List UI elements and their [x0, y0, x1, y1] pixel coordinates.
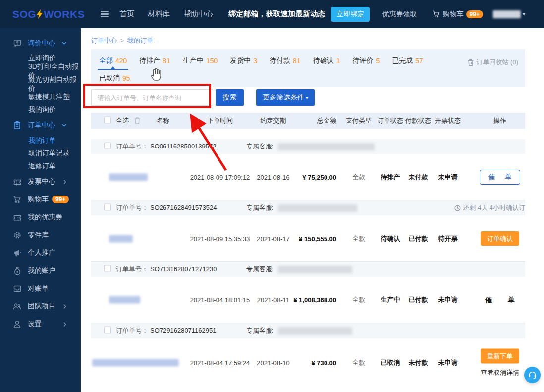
sidebar-item-我的账户[interactable]: 我的账户 — [0, 262, 81, 280]
user-menu-caret-icon[interactable]: ▾ — [523, 11, 525, 17]
tab-全部[interactable]: 全部420 — [99, 52, 127, 70]
clipboard-icon — [13, 121, 21, 130]
invoice-icon — [13, 178, 21, 186]
sidebar-item-label: 立即询价 — [28, 54, 56, 63]
sidebar-item-label: 团队项目 — [28, 302, 55, 311]
urge-order-button[interactable]: 催 单 — [485, 295, 515, 303]
tab-count: 81 — [293, 57, 301, 65]
customer-service-fab[interactable] — [524, 367, 541, 383]
team-icon — [13, 302, 21, 311]
order-name-redacted[interactable] — [92, 359, 179, 367]
top-nav-item[interactable]: 帮助中心 — [183, 9, 213, 19]
order-action-button[interactable]: 重新下单 — [481, 349, 519, 364]
order-no: SO7131628071271230 — [150, 265, 217, 273]
coupon-link[interactable]: 优惠券领取 — [382, 10, 417, 19]
order-time: 2021-08-04 17:59:24 — [188, 359, 252, 367]
order-group: 订单单号：SO2671628491573524专属客服:还剩 4天 4小时确认订… — [91, 200, 525, 262]
sidebar-item-订单中心[interactable]: 订单中心 — [0, 116, 81, 134]
order-recycle-bin[interactable]: 订单回收站 (0) — [467, 58, 519, 67]
main-content: 订单中心 > 我的订单 全部420待排产81生产中150发货中3待付款81待确认… — [81, 28, 544, 392]
order-checkbox[interactable] — [104, 143, 111, 149]
tab-发货中[interactable]: 发货中3 — [230, 52, 257, 70]
order-total: ¥ 730.00 — [282, 359, 336, 367]
breadcrumb-separator: > — [120, 37, 124, 44]
breadcrumb-my-orders[interactable]: 我的订单 — [127, 36, 153, 45]
order-list: 订单单号：SO0611628500139572专属客服:2021-08-09 1… — [91, 139, 525, 388]
sogaworks-logo[interactable]: SOG WORKS — [12, 8, 85, 20]
header-order-time: 下单时间 — [188, 116, 252, 125]
top-nav-item[interactable]: 首页 — [119, 9, 134, 19]
tab-label: 已取消 — [99, 74, 120, 83]
cs-label: 专属客服: — [246, 142, 274, 151]
sidebar-item-个人推广[interactable]: 个人推广 — [0, 244, 81, 262]
order-total: ¥ 150,555.00 — [282, 235, 336, 242]
sidebar-item-发票中心[interactable]: 发票中心 — [0, 173, 81, 191]
tab-已完成[interactable]: 已完成57 — [392, 52, 423, 70]
sidebar-item-购物车[interactable]: 购物车99+ — [0, 191, 81, 208]
trash-icon — [134, 117, 141, 125]
tab-count: 5 — [376, 57, 380, 65]
order-time: 2021-08-09 17:09:12 — [188, 173, 252, 181]
bind-email-banner: 绑定邮箱，获取速加最新动态 — [228, 9, 325, 19]
topbar-cart[interactable]: 购物车 99+ — [432, 10, 483, 19]
sidebar-item-敏捷模具注塑[interactable]: 敏捷模具注塑 — [0, 91, 81, 103]
order-name-redacted[interactable] — [109, 173, 148, 181]
order-no-label: 订单单号： — [116, 143, 148, 150]
breadcrumb: 订单中心 > 我的订单 — [91, 36, 525, 46]
order-name-redacted[interactable] — [109, 296, 140, 303]
recycle-bin-label: 订单回收站 (0) — [477, 58, 519, 67]
bind-now-button[interactable]: 立即绑定 — [331, 7, 370, 22]
sidebar-item-label: 敏捷模具注塑 — [28, 93, 70, 101]
sidebar-item-我的询价[interactable]: 我的询价 — [0, 103, 81, 116]
order-time: 2021-08-04 18:01:15 — [188, 296, 252, 303]
sidebar-item-询价中心[interactable]: 询价中心 — [0, 34, 81, 52]
action-cell: 催 单 — [470, 170, 530, 185]
sidebar-item-我的优惠券[interactable]: 我的优惠券 — [0, 208, 81, 226]
logo-text-2: WORKS — [44, 8, 85, 20]
order-checkbox[interactable] — [104, 327, 111, 334]
order-total: ¥ 75,250.00 — [282, 173, 336, 181]
bulk-delete-button[interactable] — [134, 117, 141, 125]
order-row: 2021-08-04 17:59:242021-08-10¥ 730.00全款已… — [91, 338, 525, 388]
tab-待确认[interactable]: 待确认1 — [313, 52, 340, 70]
order-checkbox[interactable] — [104, 204, 111, 211]
sidebar-item-设置[interactable]: 设置 — [0, 315, 81, 333]
sidebar-item-零件库[interactable]: 零件库 — [0, 226, 81, 244]
tab-待排产[interactable]: 待排产81 — [139, 52, 170, 70]
tab-待付款[interactable]: 待付款81 — [270, 52, 301, 70]
sidebar-item-label: 设置 — [28, 320, 42, 329]
urge-order-button[interactable]: 催 单 — [480, 170, 520, 185]
order-action-button[interactable]: 订单确认 — [481, 231, 519, 246]
username-redacted[interactable] — [493, 10, 521, 18]
select-all-label[interactable]: 全选 — [116, 116, 129, 125]
sidebar-item-我的订单[interactable]: 我的订单 — [0, 134, 81, 147]
order-checkbox[interactable] — [104, 265, 111, 272]
order-group: 订单单号：SO0611628500139572专属客服:2021-08-09 1… — [91, 139, 525, 200]
select-all-checkbox[interactable] — [104, 117, 111, 124]
cart-badge: 99+ — [466, 10, 483, 18]
cs-label: 专属客服: — [246, 326, 274, 335]
tab-待评价[interactable]: 待评价5 — [352, 52, 380, 70]
search-button[interactable]: 搜索 — [216, 89, 244, 106]
sidebar-item-取消订单记录[interactable]: 取消订单记录 — [0, 147, 81, 160]
more-filters-button[interactable]: 更多筛选条件▾ — [256, 89, 315, 106]
sidebar-item-label: 订单中心 — [28, 121, 55, 130]
coupon-icon — [13, 213, 21, 222]
top-nav-item[interactable]: 材料库 — [148, 9, 170, 19]
tab-已取消[interactable]: 已取消95 — [99, 70, 130, 86]
countdown-text: 还剩 4天 4小时确认订 — [463, 203, 525, 212]
sidebar-item-团队项目[interactable]: 团队项目 — [0, 297, 81, 315]
action-cell: 催 单 — [470, 295, 530, 304]
breadcrumb-order-center[interactable]: 订单中心 — [91, 36, 117, 45]
order-no-label: 订单单号： — [116, 265, 148, 273]
order-group: 订单单号：SO7131628071271230专属客服:2021-08-04 1… — [91, 262, 525, 323]
sidebar-item-返修订单[interactable]: 返修订单 — [0, 160, 81, 173]
sidebar-item-激光切割自动报价[interactable]: 激光切割自动报价 — [0, 78, 81, 91]
tab-生产中[interactable]: 生产中150 — [183, 52, 218, 70]
sidebar-item-对账单[interactable]: 对账单 — [0, 280, 81, 297]
view-cancel-details-link[interactable]: 查看取消详情 — [470, 368, 530, 377]
search-input[interactable] — [91, 89, 213, 106]
hamburger-menu-icon[interactable] — [101, 11, 109, 18]
order-name-redacted[interactable] — [109, 235, 133, 242]
cs-name-redacted — [278, 204, 357, 212]
